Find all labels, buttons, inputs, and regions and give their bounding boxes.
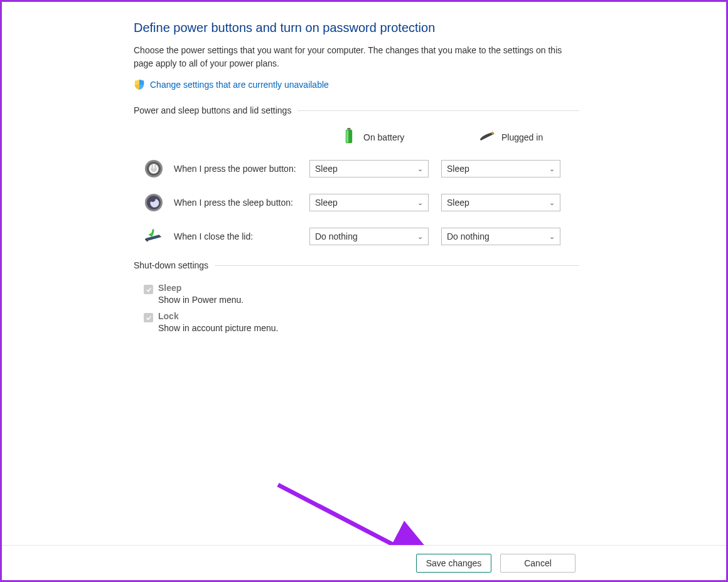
- power-button-plugged-dropdown[interactable]: Sleep ⌄: [441, 160, 560, 177]
- lid-close-row-label: When I close the lid:: [174, 231, 309, 241]
- cancel-button[interactable]: Cancel: [500, 554, 575, 573]
- chevron-down-icon: ⌄: [417, 199, 423, 207]
- dropdown-value: Sleep: [315, 198, 338, 208]
- shutdown-item-lock-title: Lock: [158, 311, 278, 321]
- change-settings-link[interactable]: Change settings that are currently unava…: [150, 80, 329, 90]
- column-battery-label: On battery: [363, 132, 404, 142]
- page-description: Choose the power settings that you want …: [134, 44, 573, 70]
- lid-close-icon: [144, 226, 164, 246]
- power-button-row-label: When I press the power button:: [174, 164, 309, 174]
- chevron-down-icon: ⌄: [417, 233, 423, 241]
- column-plugged-header: Plugged in: [479, 128, 579, 146]
- power-button-icon: [144, 159, 164, 179]
- lid-close-battery-dropdown[interactable]: Do nothing ⌄: [309, 228, 429, 245]
- sleep-checkbox: [144, 285, 153, 294]
- dropdown-value: Sleep: [447, 164, 469, 174]
- sleep-button-battery-dropdown[interactable]: Sleep ⌄: [309, 194, 429, 211]
- power-button-battery-dropdown[interactable]: Sleep ⌄: [309, 160, 429, 177]
- lid-close-plugged-dropdown[interactable]: Do nothing ⌄: [441, 228, 560, 245]
- divider: [297, 110, 579, 111]
- dropdown-value: Sleep: [447, 198, 469, 208]
- shutdown-item-sleep-desc: Show in Power menu.: [158, 295, 244, 305]
- section-power-sleep-label: Power and sleep buttons and lid settings: [134, 105, 291, 115]
- shutdown-item-lock-desc: Show in account picture menu.: [158, 323, 278, 333]
- shutdown-item-sleep-title: Sleep: [158, 283, 244, 293]
- plug-icon: [479, 128, 495, 146]
- sleep-button-icon: [144, 193, 164, 213]
- chevron-down-icon: ⌄: [549, 233, 555, 241]
- battery-icon: [341, 128, 357, 146]
- save-changes-button[interactable]: Save changes: [416, 554, 491, 573]
- page-title: Define power buttons and turn on passwor…: [134, 21, 579, 35]
- chevron-down-icon: ⌄: [417, 165, 423, 173]
- lock-checkbox: [144, 313, 153, 322]
- chevron-down-icon: ⌄: [549, 165, 555, 173]
- dropdown-value: Sleep: [315, 164, 338, 174]
- svg-rect-2: [346, 130, 348, 142]
- column-battery-header: On battery: [341, 128, 441, 146]
- shield-icon: [134, 79, 145, 90]
- svg-rect-0: [347, 128, 350, 130]
- section-shutdown-label: Shut-down settings: [134, 260, 208, 270]
- dropdown-value: Do nothing: [447, 231, 490, 241]
- svg-point-3: [491, 132, 494, 134]
- dropdown-value: Do nothing: [315, 231, 358, 241]
- sleep-button-row-label: When I press the sleep button:: [174, 198, 309, 208]
- divider: [215, 265, 579, 266]
- sleep-button-plugged-dropdown[interactable]: Sleep ⌄: [441, 194, 560, 211]
- column-plugged-label: Plugged in: [501, 132, 543, 142]
- chevron-down-icon: ⌄: [549, 199, 555, 207]
